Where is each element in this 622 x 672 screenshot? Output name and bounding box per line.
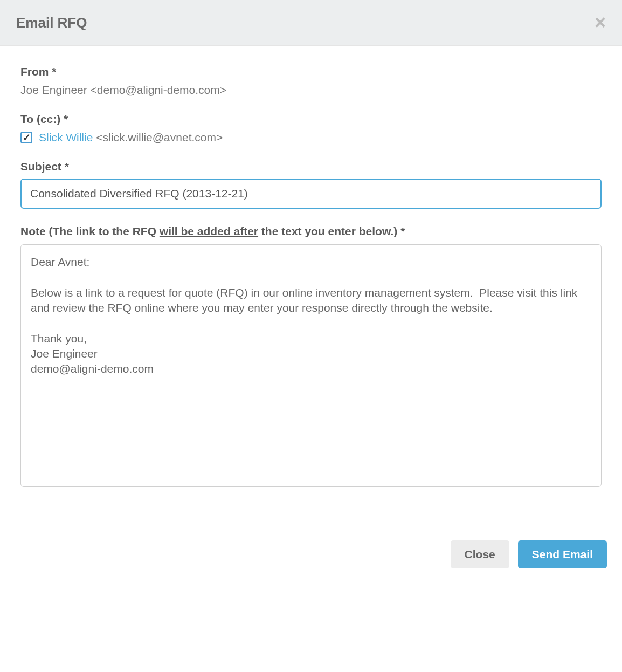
note-label-underlined: will be added after — [160, 225, 258, 237]
note-label: Note (The link to the RFQ will be added … — [20, 225, 602, 238]
modal-title: Email RFQ — [16, 15, 87, 31]
close-icon[interactable]: × — [595, 13, 606, 32]
subject-label: Subject * — [20, 160, 602, 173]
close-button[interactable]: Close — [451, 540, 509, 568]
modal-body: From * Joe Engineer <demo@aligni-demo.co… — [0, 46, 622, 522]
subject-input[interactable] — [20, 179, 602, 209]
to-field-group: To (cc:) * Slick Willie <slick.willie@av… — [20, 113, 602, 144]
recipient-name-link[interactable]: Slick Willie — [39, 131, 93, 144]
to-label: To (cc:) * — [20, 113, 602, 126]
recipient-email: <slick.willie@avnet.com> — [96, 131, 223, 144]
email-rfq-modal: Email RFQ × From * Joe Engineer <demo@al… — [0, 0, 622, 584]
send-email-button[interactable]: Send Email — [518, 540, 607, 568]
recipient-row: Slick Willie <slick.willie@avnet.com> — [20, 131, 602, 144]
recipient-checkbox[interactable] — [20, 132, 32, 143]
note-label-suffix: the text you enter below.) * — [258, 225, 405, 237]
note-label-prefix: Note (The link to the RFQ — [20, 225, 160, 237]
note-textarea[interactable] — [20, 244, 602, 487]
from-value: Joe Engineer <demo@aligni-demo.com> — [20, 84, 602, 97]
modal-header: Email RFQ × — [0, 0, 622, 46]
from-field-group: From * Joe Engineer <demo@aligni-demo.co… — [20, 65, 602, 97]
modal-footer: Close Send Email — [0, 522, 622, 584]
note-field-group: Note (The link to the RFQ will be added … — [20, 225, 602, 489]
from-label: From * — [20, 65, 602, 78]
subject-field-group: Subject * — [20, 160, 602, 209]
